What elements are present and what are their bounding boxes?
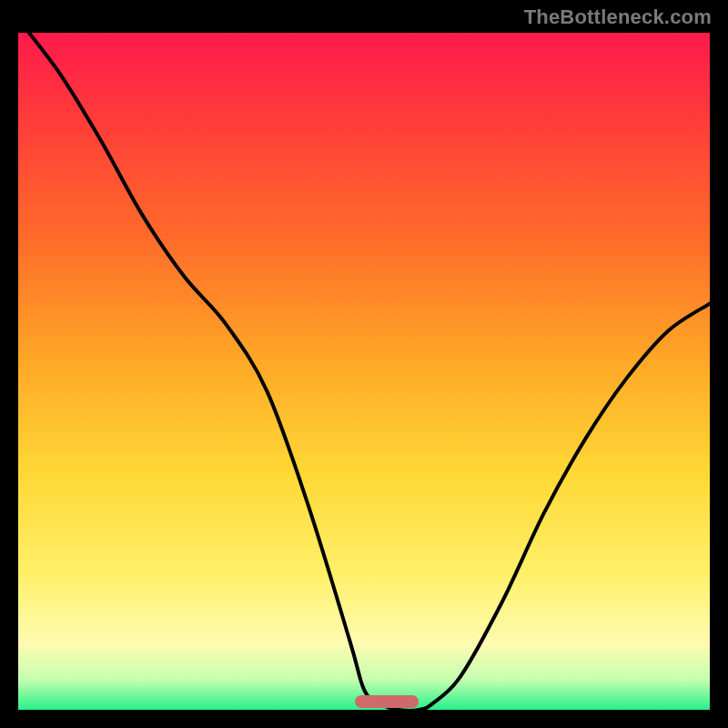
watermark-text: TheBottleneck.com bbox=[524, 5, 712, 29]
chart-frame: TheBottleneck.com bbox=[0, 0, 728, 728]
gradient-plot-area bbox=[18, 33, 710, 710]
optimal-range-marker bbox=[355, 695, 419, 708]
